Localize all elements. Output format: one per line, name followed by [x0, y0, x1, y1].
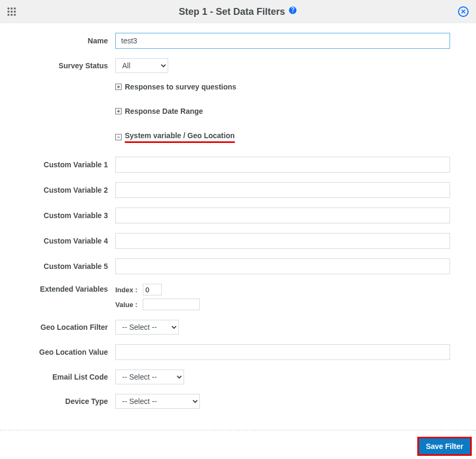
name-label: Name [21, 37, 115, 45]
row-custom-var-1: Custom Variable 1 [21, 157, 455, 173]
custom-var-4-label: Custom Variable 4 [21, 237, 115, 245]
geo-value-label: Geo Location Value [21, 348, 115, 356]
save-filter-button[interactable]: Save Filter [418, 438, 471, 455]
plus-icon: ＋ [115, 84, 122, 90]
name-input[interactable] [115, 33, 450, 49]
plus-icon: ＋ [115, 108, 122, 114]
section-sysvar-toggle[interactable]: － System variable / Geo Location [115, 131, 235, 143]
custom-var-2-label: Custom Variable 2 [21, 186, 115, 194]
extvar-value-label: Value : [115, 301, 141, 309]
custom-var-1-input[interactable] [115, 157, 450, 173]
row-name: Name [21, 33, 455, 49]
row-survey-status: Survey Status All [21, 58, 455, 73]
modal-title-text: Step 1 - Set Data Filters [179, 6, 285, 17]
custom-var-3-input[interactable] [115, 208, 450, 223]
footer: Save Filter [0, 438, 476, 459]
section-responses-toggle[interactable]: ＋ Responses to survey questions [115, 83, 236, 91]
section-sysvar-label: System variable / Geo Location [125, 131, 235, 143]
row-email-list: Email List Code -- Select -- [21, 370, 455, 384]
extvar-value-input[interactable] [143, 299, 200, 310]
footer-divider [0, 430, 476, 430]
modal-title: Step 1 - Set Data Filters [179, 6, 297, 17]
geo-filter-label: Geo Location Filter [21, 323, 115, 331]
row-device-type: Device Type -- Select -- [21, 394, 455, 409]
drag-handle-icon[interactable] [7, 7, 16, 16]
row-custom-var-2: Custom Variable 2 [21, 182, 455, 198]
section-date-range-label: Response Date Range [125, 107, 203, 115]
custom-var-2-input[interactable] [115, 182, 450, 198]
form-body: Name Survey Status All ＋ Responses to su… [0, 23, 476, 422]
geo-value-input[interactable] [115, 344, 450, 360]
survey-status-select[interactable]: All [115, 58, 168, 73]
minus-icon: － [115, 134, 122, 140]
custom-var-4-input[interactable] [115, 233, 450, 249]
extvar-label: Extended Variables [21, 284, 115, 293]
section-date-range-toggle[interactable]: ＋ Response Date Range [115, 107, 203, 115]
device-type-label: Device Type [21, 397, 115, 406]
email-list-select[interactable]: -- Select -- [115, 370, 184, 384]
extvar-index-input[interactable] [143, 284, 162, 295]
modal-header: Step 1 - Set Data Filters ✕ [0, 0, 476, 23]
help-icon[interactable] [288, 6, 297, 17]
section-sysvar-row: － System variable / Geo Location [21, 131, 455, 143]
custom-var-5-label: Custom Variable 5 [21, 262, 115, 271]
extvar-index-label: Index : [115, 286, 141, 294]
survey-status-label: Survey Status [21, 61, 115, 70]
row-geo-value: Geo Location Value [21, 344, 455, 360]
close-icon[interactable]: ✕ [458, 6, 469, 17]
section-responses-row: ＋ Responses to survey questions [21, 83, 455, 91]
row-custom-var-3: Custom Variable 3 [21, 208, 455, 223]
row-extended-variables: Extended Variables Index : Value : [21, 284, 455, 310]
device-type-select[interactable]: -- Select -- [115, 394, 200, 409]
custom-var-3-label: Custom Variable 3 [21, 211, 115, 220]
email-list-label: Email List Code [21, 373, 115, 381]
custom-var-1-label: Custom Variable 1 [21, 160, 115, 169]
row-custom-var-5: Custom Variable 5 [21, 258, 455, 274]
row-custom-var-4: Custom Variable 4 [21, 233, 455, 249]
geo-filter-select[interactable]: -- Select -- [115, 320, 179, 335]
section-date-range-row: ＋ Response Date Range [21, 107, 455, 115]
custom-var-5-input[interactable] [115, 258, 450, 274]
section-responses-label: Responses to survey questions [125, 83, 236, 91]
row-geo-filter: Geo Location Filter -- Select -- [21, 320, 455, 335]
